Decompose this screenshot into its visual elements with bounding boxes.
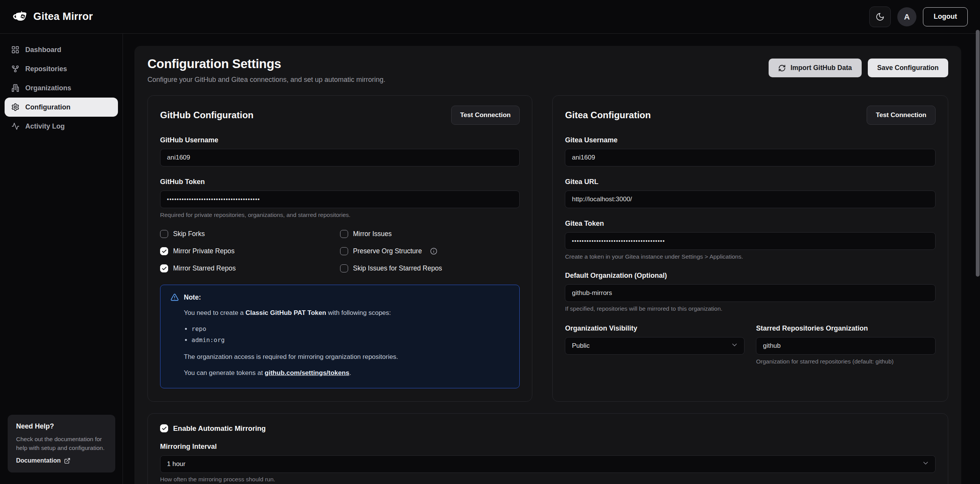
default-organization-help: If specified, repositories will be mirro…	[565, 305, 936, 312]
building-icon	[11, 84, 20, 92]
chevron-down-icon	[731, 341, 738, 351]
need-help-card: Need Help? Check out the documentation f…	[8, 415, 115, 473]
info-icon[interactable]	[430, 248, 437, 255]
note-line-2: The organization access is required for …	[184, 353, 509, 362]
checkbox-icon[interactable]	[340, 230, 348, 238]
gitea-url-label: Gitea URL	[565, 178, 936, 186]
main-area: Configuration Settings Configure your Gi…	[123, 34, 980, 484]
checkbox-icon[interactable]	[160, 264, 168, 272]
logout-button[interactable]: Logout	[923, 7, 968, 26]
sidebar-item-dashboard[interactable]: Dashboard	[5, 40, 118, 59]
configuration-panel: Configuration Settings Configure your Gi…	[134, 46, 961, 484]
external-link-icon	[64, 458, 70, 464]
page-title: Configuration Settings	[147, 57, 385, 71]
sidebar-item-label: Dashboard	[25, 46, 61, 54]
checkbox-icon[interactable]	[160, 230, 168, 238]
organization-visibility-select[interactable]: Public	[565, 337, 744, 355]
avatar-letter: A	[904, 12, 910, 21]
gitea-card-title: Gitea Configuration	[565, 110, 651, 121]
gear-icon	[11, 103, 20, 111]
app-root: Gitea Mirror A Logout	[0, 0, 980, 484]
import-github-data-button[interactable]: Import GitHub Data	[769, 59, 861, 77]
starred-repos-org-label: Starred Repositories Organization	[756, 324, 936, 332]
gitea-token-label: Gitea Token	[565, 220, 936, 228]
gitea-token-input[interactable]	[565, 232, 936, 250]
tokens-link[interactable]: github.com/settings/tokens	[265, 369, 349, 376]
github-username-label: GitHub Username	[160, 136, 520, 144]
note-scope-list: repo admin:org	[184, 323, 509, 345]
dashboard-icon	[11, 46, 20, 54]
user-avatar[interactable]: A	[897, 7, 916, 26]
gitea-username-label: Gitea Username	[565, 136, 936, 144]
mirroring-interval-help: How often the mirroring process should r…	[160, 476, 936, 483]
documentation-link[interactable]: Documentation	[16, 457, 107, 464]
enable-automatic-mirroring-row[interactable]: Enable Automatic Mirroring	[160, 424, 936, 433]
checkbox-icon[interactable]	[340, 247, 348, 255]
moon-icon	[875, 12, 885, 21]
skip-forks-checkbox-row[interactable]: Skip Forks	[160, 230, 340, 238]
alert-triangle-icon	[170, 293, 179, 301]
note-line-1: You need to create a Classic GitHub PAT …	[184, 309, 509, 318]
github-token-input[interactable]	[160, 191, 520, 208]
panel-actions: Import GitHub Data Save Configuration	[769, 59, 948, 77]
checkbox-icon[interactable]	[340, 264, 348, 272]
scope-item: repo	[191, 323, 509, 334]
vertical-scrollbar[interactable]	[976, 30, 980, 277]
topbar-actions: A Logout	[869, 7, 968, 27]
automatic-mirroring-card: Enable Automatic Mirroring Mirroring Int…	[147, 413, 948, 484]
sidebar-item-label: Organizations	[25, 84, 71, 92]
mirroring-interval-select[interactable]: 1 hour	[160, 455, 936, 473]
theme-toggle-button[interactable]	[869, 7, 891, 27]
enable-automatic-mirroring-label: Enable Automatic Mirroring	[173, 424, 266, 433]
github-options: Skip Forks Mirror Private Repos	[160, 230, 520, 272]
pat-token-note: Note: You need to create a Classic GitHu…	[160, 285, 520, 388]
github-username-input[interactable]	[160, 149, 520, 166]
github-token-label: GitHub Token	[160, 178, 520, 186]
sidebar-item-organizations[interactable]: Organizations	[5, 78, 118, 98]
default-organization-label: Default Organization (Optional)	[565, 272, 936, 280]
sidebar-item-label: Configuration	[25, 103, 70, 111]
sidebar-item-repositories[interactable]: Repositories	[5, 59, 118, 78]
mirror-starred-repos-checkbox-row[interactable]: Mirror Starred Repos	[160, 264, 340, 272]
checkbox-icon[interactable]	[160, 424, 168, 432]
starred-repos-org-input[interactable]	[756, 337, 936, 355]
gitea-username-input[interactable]	[565, 149, 936, 166]
note-title: Note:	[184, 293, 201, 301]
sidebar-item-label: Activity Log	[25, 122, 65, 130]
git-fork-icon	[11, 65, 20, 73]
gitea-test-connection-button[interactable]: Test Connection	[867, 106, 936, 125]
github-test-connection-button[interactable]: Test Connection	[451, 106, 520, 125]
scope-item: admin:org	[191, 334, 509, 345]
brand-title: Gitea Mirror	[33, 11, 93, 23]
mirror-private-repos-checkbox-row[interactable]: Mirror Private Repos	[160, 247, 340, 255]
skip-issues-starred-checkbox-row[interactable]: Skip Issues for Starred Repos	[340, 264, 520, 272]
help-body: Check out the documentation for help wit…	[16, 435, 107, 453]
refresh-icon	[778, 64, 786, 72]
github-token-help: Required for private repositories, organ…	[160, 212, 520, 218]
preserve-org-structure-checkbox-row[interactable]: Preserve Org Structure	[340, 247, 520, 255]
mirroring-interval-label: Mirroring Interval	[160, 443, 936, 451]
gitea-token-help: Create a token in your Gitea instance un…	[565, 253, 936, 260]
panel-header: Configuration Settings Configure your Gi…	[147, 57, 948, 84]
github-card-title: GitHub Configuration	[160, 110, 254, 121]
activity-icon	[11, 122, 20, 130]
config-cards-row: GitHub Configuration Test Connection Git…	[147, 95, 948, 402]
page-subtitle: Configure your GitHub and Gitea connecti…	[147, 76, 385, 84]
top-bar: Gitea Mirror A Logout	[0, 0, 980, 34]
github-configuration-card: GitHub Configuration Test Connection Git…	[147, 95, 532, 402]
default-organization-input[interactable]	[565, 284, 936, 302]
sidebar: Dashboard Repositories	[0, 34, 123, 484]
help-title: Need Help?	[16, 422, 107, 430]
mirror-issues-checkbox-row[interactable]: Mirror Issues	[340, 230, 520, 238]
sidebar-item-configuration[interactable]: Configuration	[5, 98, 118, 117]
save-configuration-button[interactable]: Save Configuration	[868, 59, 948, 77]
checkbox-icon[interactable]	[160, 247, 168, 255]
note-line-3: You can generate tokens at github.com/se…	[184, 369, 509, 378]
organization-visibility-label: Organization Visibility	[565, 324, 744, 332]
gitea-url-input[interactable]	[565, 191, 936, 208]
sidebar-item-activity-log[interactable]: Activity Log	[5, 117, 118, 136]
gitea-configuration-card: Gitea Configuration Test Connection Gite…	[552, 95, 948, 402]
starred-repos-org-help: Organization for starred repositories (d…	[756, 358, 936, 365]
gitea-mirror-logo-icon	[12, 9, 28, 24]
body-row: Dashboard Repositories	[0, 34, 980, 484]
